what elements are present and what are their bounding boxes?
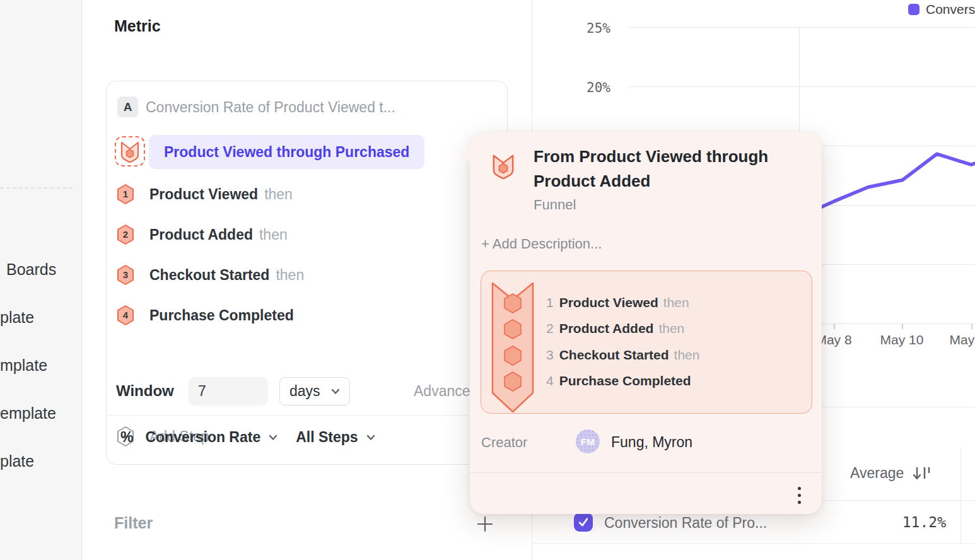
average-column-header[interactable]: Average	[850, 465, 931, 482]
window-value-input[interactable]	[189, 377, 268, 405]
selected-funnel-pill[interactable]: Product Viewed through Purchased	[149, 135, 424, 169]
table-row-border	[532, 543, 975, 544]
step-4-hexagon-icon: 4	[116, 305, 135, 326]
step-connector: then	[658, 321, 684, 336]
step-connector: then	[674, 347, 700, 363]
step-number: 1	[546, 295, 554, 310]
gridline-20pct	[628, 86, 975, 87]
funnel-drag-icon-box[interactable]	[115, 136, 145, 166]
svg-text:4: 4	[123, 310, 129, 320]
funnel-icon	[120, 140, 140, 163]
x-tick-mark	[902, 324, 903, 329]
filter-section-title: Filter	[114, 514, 153, 532]
popover-step-row: 1 Product Viewed then	[546, 295, 689, 310]
y-axis-tick-25: 25%	[566, 21, 610, 36]
x-tick-mark	[834, 324, 835, 329]
measure-dropdown[interactable]: Conversion Rate	[145, 429, 260, 446]
step-name: Product Viewed	[559, 295, 658, 310]
left-sidebar	[0, 0, 82, 560]
sidebar-item-template-4[interactable]: plate	[0, 452, 34, 470]
step-name: Purchase Completed	[559, 373, 691, 388]
popover-title: From Product Viewed through Product Adde…	[534, 144, 798, 194]
svg-text:1: 1	[123, 189, 128, 199]
creator-label: Creator	[481, 435, 527, 451]
popover-footer-divider	[470, 472, 822, 473]
chevron-down-icon	[331, 388, 340, 395]
step-name: Product Viewed	[149, 186, 258, 202]
step-3-hexagon-icon: 3	[116, 264, 135, 286]
funnel-details-popover: From Product Viewed through Product Adde…	[470, 132, 822, 514]
percent-sign: %	[120, 429, 133, 446]
chart-legend[interactable]: Conversion Rate of Pro...	[908, 2, 975, 17]
step-name: Purchase Completed	[149, 307, 294, 324]
checkmark-icon	[576, 515, 590, 529]
y-axis-tick-20: 20%	[566, 80, 610, 95]
svg-text:2: 2	[123, 229, 128, 240]
step-connector: then	[276, 267, 304, 283]
legend-series-label: Conversion Rate of Pro...	[926, 2, 975, 17]
funnel-ribbon-icon	[491, 282, 534, 413]
step-number: 3	[546, 347, 554, 363]
legend-swatch	[908, 4, 920, 15]
metric-card: A Conversion Rate of Product Viewed t...…	[106, 81, 508, 465]
card-footer-divider	[107, 415, 507, 416]
table-row-series-label[interactable]: Conversion Rate of Pro...	[604, 515, 767, 532]
popover-caret	[460, 144, 471, 163]
step-1-hexagon-icon: 1	[116, 184, 135, 205]
popover-steps-card	[481, 271, 812, 414]
funnel-step-row[interactable]: 4 Purchase Completed	[116, 301, 300, 329]
funnel-step-row[interactable]: 2 Product Addedthen	[116, 221, 288, 248]
step-number: 4	[546, 373, 554, 388]
x-tick-mark	[971, 324, 972, 329]
step-connector: then	[259, 226, 288, 243]
x-axis-label-may12: May 12	[943, 332, 975, 347]
popover-step-row: 2 Product Added then	[546, 321, 684, 336]
metric-section-title: Metric	[114, 17, 161, 35]
metric-title[interactable]: Conversion Rate of Product Viewed t...	[146, 99, 395, 116]
sidebar-divider	[0, 187, 73, 189]
popover-type-label: Funnel	[534, 197, 576, 213]
x-axis-label-may10: May 10	[873, 332, 930, 347]
popover-step-row: 3 Checkout Started then	[546, 347, 699, 363]
svg-text:3: 3	[123, 269, 128, 280]
chevron-down-icon[interactable]	[269, 435, 277, 441]
plus-icon	[476, 515, 494, 533]
sidebar-item-template-3[interactable]: emplate	[0, 404, 56, 423]
table-row-average-value: 11.2%	[858, 514, 946, 530]
window-unit-select[interactable]: days	[279, 377, 350, 405]
gridline-25pct	[628, 27, 975, 28]
popover-step-row: 4 Purchase Completed	[546, 373, 696, 388]
table-column-divider	[960, 448, 961, 543]
step-name: Product Added	[559, 321, 654, 336]
chevron-down-icon[interactable]	[366, 435, 375, 441]
step-number: 2	[546, 321, 554, 336]
sidebar-item-template-1[interactable]: plate	[0, 308, 34, 327]
window-label: Window	[116, 382, 174, 400]
sort-descending-icon	[912, 465, 931, 482]
step-name: Product Added	[149, 226, 253, 243]
step-connector: then	[663, 295, 689, 310]
average-header-label: Average	[850, 465, 904, 482]
measure-controls: % Conversion Rate All Steps	[120, 429, 375, 446]
funnel-step-row[interactable]: 3 Checkout Startedthen	[116, 261, 304, 289]
step-2-hexagon-icon: 2	[116, 224, 135, 245]
sidebar-item-boards[interactable]: Boards	[6, 260, 56, 279]
sidebar-item-template-2[interactable]: mplate	[0, 356, 47, 375]
add-filter-button[interactable]	[476, 515, 494, 535]
window-unit-value: days	[289, 383, 320, 400]
metric-letter-badge: A	[117, 96, 138, 117]
funnel-step-row[interactable]: 1 Product Viewedthen	[116, 180, 293, 208]
creator-name: Fung, Myron	[611, 434, 692, 451]
step-name: Checkout Started	[149, 267, 269, 283]
funnel-icon	[491, 153, 515, 179]
step-name: Checkout Started	[559, 347, 669, 363]
more-options-kebab-icon[interactable]	[790, 482, 809, 508]
advanced-link[interactable]: Advanced	[414, 383, 478, 400]
creator-avatar: FM	[576, 429, 600, 453]
trend-line-series	[800, 151, 975, 216]
step-connector: then	[264, 186, 293, 202]
steps-scope-dropdown[interactable]: All Steps	[296, 429, 358, 446]
add-description-link[interactable]: + Add Description...	[481, 236, 602, 252]
series-checkbox[interactable]	[574, 513, 593, 532]
